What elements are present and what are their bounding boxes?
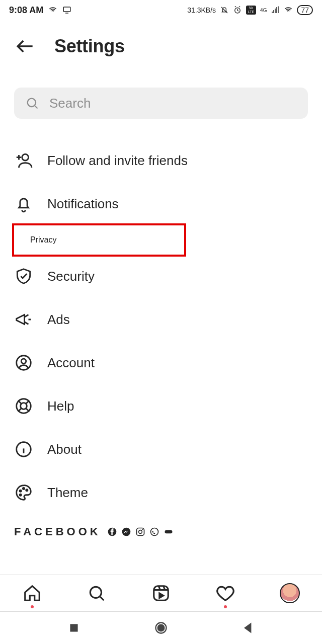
bell-muted-icon	[220, 6, 229, 15]
svg-point-25	[157, 624, 165, 631]
instagram-icon	[135, 527, 145, 537]
system-nav	[0, 612, 322, 644]
search-input[interactable]	[49, 96, 297, 111]
svg-rect-22	[154, 586, 169, 601]
menu-label: Follow and invite friends	[47, 153, 188, 169]
brand-label: FACEBOOK	[14, 525, 101, 538]
nav-home[interactable]	[21, 582, 43, 604]
brand-icons	[107, 527, 174, 537]
nav-profile[interactable]	[279, 582, 301, 604]
lifebuoy-icon	[14, 396, 33, 416]
facebook-section-header: FACEBOOK	[0, 514, 322, 538]
menu-label: Security	[47, 269, 95, 284]
svg-point-8	[21, 403, 27, 410]
svg-point-6	[21, 359, 26, 364]
menu-label: Account	[47, 355, 95, 371]
avatar	[280, 583, 300, 603]
svg-point-3	[22, 154, 29, 160]
shield-check-icon	[14, 267, 33, 286]
search-field[interactable]	[14, 88, 308, 119]
bell-icon	[14, 194, 33, 213]
bottom-nav	[0, 575, 322, 612]
palette-icon	[14, 483, 33, 502]
battery-indicator: 77	[297, 5, 313, 15]
page-title: Settings	[54, 36, 125, 57]
arrow-left-icon	[14, 35, 36, 57]
facebook-icon	[107, 527, 117, 537]
wifi-icon-2	[284, 6, 293, 15]
menu-label: Ads	[47, 312, 70, 328]
status-right: 31.3KB/s VoLTE 4G 77	[187, 5, 313, 15]
menu-item-privacy-highlighted[interactable]: Privacy	[12, 223, 186, 257]
signal-icon	[271, 6, 280, 15]
nav-activity-dot	[224, 605, 227, 608]
svg-point-10	[20, 490, 21, 492]
sys-recent[interactable]	[66, 620, 82, 635]
svg-rect-0	[64, 7, 71, 12]
status-data-rate: 31.3KB/s	[187, 6, 216, 14]
svg-point-13	[20, 494, 21, 496]
status-time: 9:08 AM	[9, 5, 43, 16]
svg-point-19	[150, 528, 158, 536]
network-label: 4G	[260, 8, 267, 13]
search-container	[0, 67, 322, 130]
svg-point-21	[90, 587, 101, 598]
wifi-icon	[48, 6, 57, 15]
back-button[interactable]	[14, 35, 36, 57]
nav-reels[interactable]	[150, 582, 172, 604]
menu-item-account[interactable]: Account	[0, 341, 322, 384]
volte-icon: VoLTE	[246, 6, 256, 15]
menu-label: Privacy	[30, 235, 56, 245]
whatsapp-icon	[149, 527, 159, 537]
menu-label: Notifications	[47, 196, 119, 212]
megaphone-icon	[14, 310, 33, 329]
sys-home[interactable]	[153, 620, 169, 635]
settings-list: Follow and invite friends Notifications …	[0, 130, 322, 514]
add-person-icon	[14, 151, 33, 170]
status-left: 9:08 AM	[9, 5, 71, 16]
menu-label: Help	[47, 398, 74, 414]
nav-home-dot	[31, 605, 34, 608]
menu-item-ads[interactable]: Ads	[0, 298, 322, 341]
menu-item-notifications[interactable]: Notifications	[0, 182, 322, 225]
sys-back[interactable]	[240, 620, 256, 635]
info-icon	[14, 440, 33, 459]
svg-point-12	[26, 490, 28, 491]
status-bar: 9:08 AM 31.3KB/s VoLTE 4G 77	[0, 0, 322, 20]
menu-item-help[interactable]: Help	[0, 384, 322, 428]
person-circle-icon	[14, 353, 33, 372]
menu-label: About	[47, 442, 82, 457]
app-header: Settings	[0, 20, 322, 67]
svg-point-2	[28, 99, 36, 107]
svg-point-11	[23, 488, 24, 490]
search-icon	[25, 96, 39, 110]
menu-label: Theme	[47, 485, 88, 501]
alarm-icon	[233, 6, 242, 15]
oculus-icon	[164, 527, 174, 537]
menu-item-theme[interactable]: Theme	[0, 471, 322, 514]
menu-item-follow[interactable]: Follow and invite friends	[0, 139, 322, 182]
menu-item-security[interactable]: Security	[0, 255, 322, 298]
svg-point-17	[138, 530, 142, 534]
menu-item-about[interactable]: About	[0, 428, 322, 471]
nav-search[interactable]	[86, 582, 108, 604]
nav-activity[interactable]	[214, 582, 236, 604]
svg-rect-23	[70, 624, 77, 631]
cast-icon	[62, 6, 71, 15]
messenger-icon	[121, 527, 131, 537]
svg-rect-20	[165, 530, 172, 534]
svg-point-18	[142, 529, 143, 530]
